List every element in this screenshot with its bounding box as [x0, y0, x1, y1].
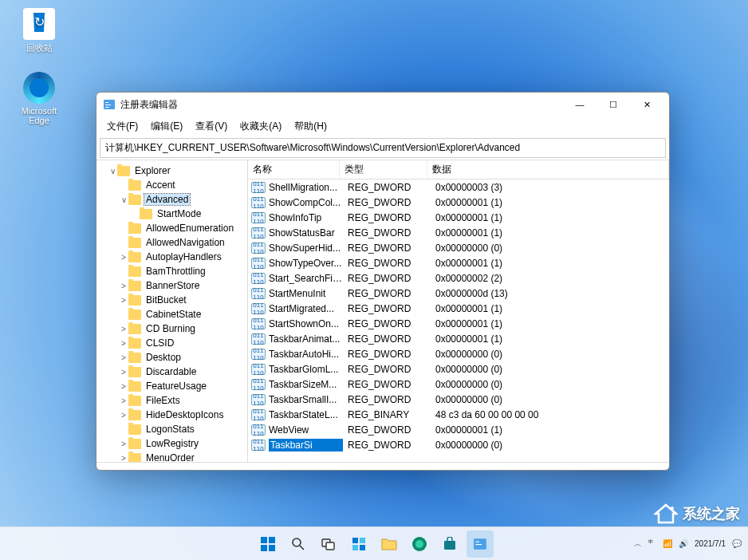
expander-icon[interactable]: > — [119, 440, 128, 448]
tree-item[interactable]: >Desktop — [96, 350, 247, 365]
tree-view[interactable]: ∨ExplorerAccent∨AdvancedStartModeAllowed… — [96, 160, 248, 462]
value-row[interactable]: 011110TaskbarGlomL...REG_DWORD0x00000000… — [248, 361, 669, 377]
values-list[interactable]: 名称 类型 数据 011110ShellMigration...REG_DWOR… — [248, 160, 669, 462]
titlebar[interactable]: 注册表编辑器 — ☐ ✕ — [96, 93, 669, 116]
col-name[interactable]: 名称 — [248, 160, 340, 179]
value-row[interactable]: 011110Start_SearchFilesREG_DWORD0x000000… — [248, 270, 669, 286]
value-row[interactable]: 011110StartShownOn...REG_DWORD0x00000001… — [248, 316, 669, 331]
col-type[interactable]: 类型 — [340, 160, 427, 179]
expander-icon[interactable]: ∨ — [119, 195, 128, 204]
tree-item[interactable]: >CD Burning — [96, 321, 247, 336]
tree-item[interactable]: >HideDesktopIcons — [96, 408, 247, 422]
regedit-taskbar-icon[interactable] — [467, 530, 494, 558]
folder-icon — [128, 310, 141, 320]
tree-item[interactable]: CabinetState — [96, 307, 247, 321]
tree-item[interactable]: BamThrottling — [96, 264, 247, 278]
tree-item[interactable]: >Discardable — [96, 365, 247, 379]
taskbar-clock[interactable]: 2021/7/1 — [695, 539, 726, 549]
value-type: REG_DWORD — [343, 333, 431, 345]
expander-icon[interactable]: > — [119, 411, 128, 420]
svg-rect-3 — [105, 107, 109, 108]
tree-label: FeatureUsage — [144, 381, 208, 392]
value-row[interactable]: 011110TaskbarAutoHi...REG_DWORD0x0000000… — [248, 346, 669, 361]
expander-icon[interactable]: > — [119, 339, 128, 348]
value-row[interactable]: 011110ShowStatusBarREG_DWORD0x00000001 (… — [248, 225, 669, 240]
tray-notification-icon[interactable]: 💬 — [732, 539, 742, 548]
tree-item[interactable]: >FeatureUsage — [96, 379, 247, 393]
explorer-icon[interactable] — [376, 530, 403, 558]
svg-rect-21 — [475, 541, 479, 542]
tray-chevron-icon[interactable]: ︿ — [634, 538, 642, 550]
value-row[interactable]: 011110TaskbarSmallI...REG_DWORD0x0000000… — [248, 392, 669, 407]
tree-item[interactable]: >BannerStore — [96, 278, 247, 293]
tree-item[interactable]: AllowedNavigation — [96, 235, 247, 250]
value-row[interactable]: 011110StartMigrated...REG_DWORD0x0000000… — [248, 301, 669, 316]
expander-icon[interactable]: > — [119, 296, 128, 305]
value-row[interactable]: 011110ShowTypeOver...REG_DWORD0x00000001… — [248, 255, 669, 270]
menu-item[interactable]: 收藏夹(A) — [234, 118, 287, 135]
desktop-icon-edge[interactable]: MicrosoftEdge — [11, 72, 67, 125]
expander-icon[interactable]: > — [119, 353, 128, 362]
value-row[interactable]: 011110ShowSuperHid...REG_DWORD0x00000000… — [248, 240, 669, 255]
expander-icon[interactable]: > — [119, 396, 128, 405]
store-icon[interactable] — [436, 530, 463, 558]
menubar: 文件(F)编辑(E)查看(V)收藏夹(A)帮助(H) — [96, 116, 669, 136]
expander-icon[interactable]: > — [119, 382, 128, 391]
expander-icon[interactable]: > — [119, 325, 128, 333]
system-tray[interactable]: ︿ ㆗ 📶 🔊 2021/7/1 💬 — [634, 538, 742, 550]
value-row[interactable]: 011110ShellMigration...REG_DWORD0x000000… — [248, 179, 669, 195]
start-button[interactable] — [254, 530, 281, 558]
value-data: 0x0000000d (13) — [431, 288, 669, 299]
tree-item[interactable]: >BitBucket — [96, 293, 247, 307]
value-row[interactable]: 011110StartMenuInitREG_DWORD0x0000000d (… — [248, 286, 669, 301]
edge-taskbar-icon[interactable] — [406, 530, 433, 558]
tree-label: Accent — [144, 179, 177, 191]
expander-icon[interactable]: > — [119, 282, 128, 290]
tray-ime-icon[interactable]: ㆗ — [648, 538, 656, 550]
recycle-bin-icon — [23, 8, 55, 40]
close-button[interactable]: ✕ — [631, 93, 663, 116]
desktop-icon-recycle-bin[interactable]: 回收站 — [11, 8, 67, 54]
address-bar[interactable]: 计算机\HKEY_CURRENT_USER\Software\Microsoft… — [100, 138, 666, 158]
tree-item[interactable]: ∨Advanced — [96, 192, 247, 207]
tree-item[interactable]: >CLSID — [96, 336, 247, 350]
expander-icon[interactable]: > — [119, 368, 128, 377]
tree-label: HideDesktopIcons — [144, 409, 225, 420]
col-data[interactable]: 数据 — [427, 160, 669, 179]
tree-label: BannerStore — [144, 280, 201, 291]
expander-icon[interactable]: > — [119, 454, 128, 463]
tree-item[interactable]: AllowedEnumeration — [96, 221, 247, 235]
minimize-button[interactable]: — — [564, 93, 596, 116]
widgets-icon[interactable] — [345, 530, 372, 558]
menu-item[interactable]: 编辑(E) — [145, 118, 188, 135]
tree-item[interactable]: >AutoplayHandlers — [96, 250, 247, 264]
maximize-button[interactable]: ☐ — [597, 93, 629, 116]
tree-item[interactable]: >MenuOrder — [96, 451, 247, 462]
search-icon[interactable] — [285, 530, 312, 558]
value-row[interactable]: 011110TaskbarStateL...REG_BINARY48 c3 da… — [248, 407, 669, 422]
tree-item[interactable]: StartMode — [96, 207, 247, 221]
svg-line-10 — [300, 546, 304, 550]
menu-item[interactable]: 查看(V) — [190, 118, 233, 135]
svg-rect-22 — [475, 544, 482, 545]
value-row[interactable]: 011110WebViewREG_DWORD0x00000001 (1) — [248, 422, 669, 437]
tray-network-icon[interactable]: 📶 — [663, 539, 672, 548]
tree-item[interactable]: >LowRegistry — [96, 436, 247, 451]
value-row[interactable]: 011110ShowInfoTipREG_DWORD0x00000001 (1) — [248, 210, 669, 225]
expander-icon[interactable]: > — [119, 253, 128, 262]
value-row[interactable]: 011110ShowCompCol...REG_DWORD0x00000001 … — [248, 195, 669, 210]
value-row[interactable]: 011110TaskbarSizeM...REG_DWORD0x00000000… — [248, 377, 669, 392]
tree-item[interactable]: Accent — [96, 178, 247, 192]
menu-item[interactable]: 帮助(H) — [289, 118, 333, 135]
tree-item[interactable]: LogonStats — [96, 422, 247, 436]
expander-icon[interactable]: ∨ — [108, 167, 117, 175]
taskview-icon[interactable] — [315, 530, 342, 558]
menu-item[interactable]: 文件(F) — [101, 118, 144, 135]
tray-volume-icon[interactable]: 🔊 — [679, 539, 688, 548]
tree-item[interactable]: >FileExts — [96, 393, 247, 408]
tree-label: Desktop — [144, 352, 183, 363]
value-name[interactable]: TaskbarSi — [269, 439, 343, 452]
tree-item[interactable]: ∨Explorer — [96, 164, 247, 178]
value-row[interactable]: 011110TaskbarAnimat...REG_DWORD0x0000000… — [248, 331, 669, 346]
value-row[interactable]: 011110TaskbarSiREG_DWORD0x00000000 (0) — [248, 437, 669, 452]
